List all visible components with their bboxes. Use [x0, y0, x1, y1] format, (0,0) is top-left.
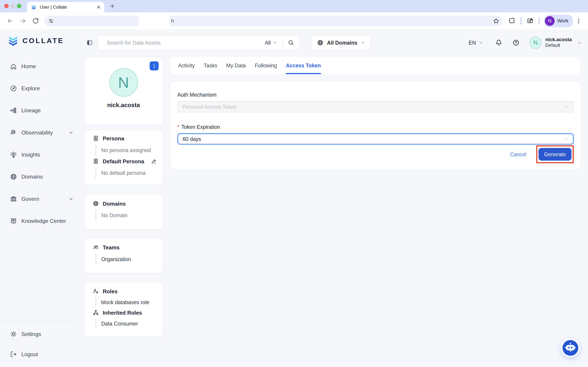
app-body: Home Explore Lineage Observability [0, 56, 588, 367]
browser-profile-chip[interactable]: N Work [544, 15, 573, 27]
sidebar-item-knowledge-center[interactable]: Knowledge Center [0, 213, 79, 228]
value-indent-bar [95, 210, 96, 221]
side-panel-search-icon[interactable] [527, 17, 534, 24]
sidebar-item-label: Insights [21, 152, 40, 158]
profile-user-name: nick.acosta [84, 102, 163, 108]
language-dropdown[interactable]: EN [469, 40, 483, 46]
toolbar-separator [520, 17, 522, 25]
new-tab-icon[interactable] [110, 3, 115, 9]
domains-section-title: Domains [84, 200, 163, 207]
tab-following[interactable]: Following [255, 57, 277, 74]
collate-app: COLLATE All All Domains EN [0, 29, 588, 367]
home-icon [10, 63, 17, 70]
tab-access-token[interactable]: Access Token [286, 57, 321, 74]
roles-card: Roles block databases role Inherited Rol… [84, 282, 163, 337]
sidebar-item-home[interactable]: Home [0, 59, 79, 74]
search-divider [282, 38, 283, 47]
teams-card: Teams Organization [84, 238, 163, 274]
chevron-down-icon[interactable] [577, 40, 582, 45]
chevron-down-icon [69, 130, 73, 135]
team-link[interactable]: Organization [101, 253, 131, 265]
bank-icon [10, 195, 17, 202]
edit-pencil-icon[interactable] [151, 158, 157, 164]
user-menu[interactable]: nick.acosta Default [545, 37, 572, 49]
app-header: COLLATE All All Domains EN [0, 29, 588, 56]
traffic-light-zoom[interactable] [17, 4, 21, 8]
token-expiration-value: 60 days [182, 136, 201, 142]
sidebar-item-observability[interactable]: Observability [0, 125, 79, 140]
cancel-button[interactable]: Cancel [510, 151, 527, 157]
search-input[interactable] [106, 39, 265, 46]
bookmark-star-icon[interactable] [493, 17, 499, 24]
compass-icon [10, 84, 17, 92]
site-settings-icon[interactable] [48, 18, 54, 24]
chevron-down-icon [478, 41, 483, 45]
globe-icon [10, 173, 17, 181]
default-persona-value: No default persona [101, 167, 146, 179]
user-avatar[interactable]: N [529, 37, 542, 49]
tab-tasks[interactable]: Tasks [204, 57, 217, 74]
inherited-roles-section-title: Inherited Roles [84, 309, 163, 316]
chevron-down-icon [564, 137, 569, 141]
kebab-menu-icon [151, 63, 157, 69]
role-value: block databases role [101, 297, 149, 307]
browser-menu-icon[interactable] [575, 17, 582, 24]
sidebar-item-settings[interactable]: Settings [0, 326, 79, 342]
sidebar-item-logout[interactable]: Logout [0, 347, 79, 362]
sidebar-item-label: Explore [21, 85, 40, 92]
notifications-bell-icon[interactable] [495, 39, 503, 46]
back-icon[interactable] [6, 17, 14, 25]
browser-tab[interactable]: User | Collate [27, 2, 104, 12]
extensions-icon[interactable] [509, 17, 516, 24]
sidebar-item-lineage[interactable]: Lineage [0, 103, 79, 118]
observability-icon [10, 129, 17, 136]
generate-button[interactable]: Generate [538, 148, 571, 161]
user-subtitle: Default [545, 43, 572, 49]
sidebar-item-insights[interactable]: Insights [0, 147, 79, 162]
profile-tabs: Activity Tasks My Data Following Access … [171, 57, 580, 74]
traffic-light-minimize[interactable] [10, 4, 15, 8]
chevron-down-icon [564, 105, 569, 109]
tab-activity[interactable]: Activity [178, 57, 195, 74]
persona-value: No persona assigned [101, 144, 151, 156]
teams-section-title: Teams [84, 244, 163, 250]
main-panel: Activity Tasks My Data Following Access … [171, 57, 580, 169]
token-expiration-select[interactable]: 60 days [177, 133, 574, 144]
chevron-down-icon [69, 197, 73, 201]
profile-actions-button[interactable] [150, 61, 159, 70]
persona-badge-icon [93, 158, 99, 165]
url-bar[interactable]: n [44, 16, 503, 26]
browser-toolbar: n N Work [0, 12, 588, 29]
user-name: nick.acosta [545, 37, 572, 43]
help-icon[interactable] [512, 39, 520, 46]
user-gear-icon [93, 288, 99, 294]
brand-name: COLLATE [23, 37, 64, 45]
traffic-light-close[interactable] [4, 4, 9, 8]
sidebar-item-explore[interactable]: Explore [0, 81, 79, 96]
global-search-bar[interactable]: All [98, 35, 300, 50]
teams-value-row: Organization [95, 253, 157, 265]
sidebar-item-label: Home [21, 63, 36, 69]
gear-icon [10, 330, 17, 338]
search-scope-dropdown[interactable]: All [265, 40, 277, 46]
robot-icon [562, 340, 579, 356]
generate-button-annotated: Generate [536, 145, 574, 163]
user-profile-panel: N nick.acosta Persona No persona assigne… [84, 57, 163, 345]
browser-profile-avatar: N [545, 16, 555, 26]
all-domains-dropdown[interactable]: All Domains [311, 35, 371, 50]
tab-my-data[interactable]: My Data [226, 57, 246, 74]
tab-close-icon[interactable] [96, 4, 101, 10]
token-expiration-label: Token Expiration [181, 124, 220, 130]
forward-icon[interactable] [19, 17, 27, 25]
search-icon[interactable] [288, 39, 294, 46]
chatbot-button[interactable] [562, 340, 579, 356]
sidebar-collapse-icon[interactable] [86, 39, 93, 46]
reload-icon[interactable] [32, 17, 39, 25]
tab-label: Activity [178, 63, 195, 68]
collate-logo[interactable]: COLLATE [8, 35, 64, 46]
sidebar-item-domains[interactable]: Domains [0, 169, 79, 184]
domains-title: Domains [103, 200, 126, 207]
sidebar-item-govern[interactable]: Govern [0, 191, 79, 206]
chevron-down-icon [361, 41, 365, 45]
teams-title: Teams [103, 244, 120, 250]
